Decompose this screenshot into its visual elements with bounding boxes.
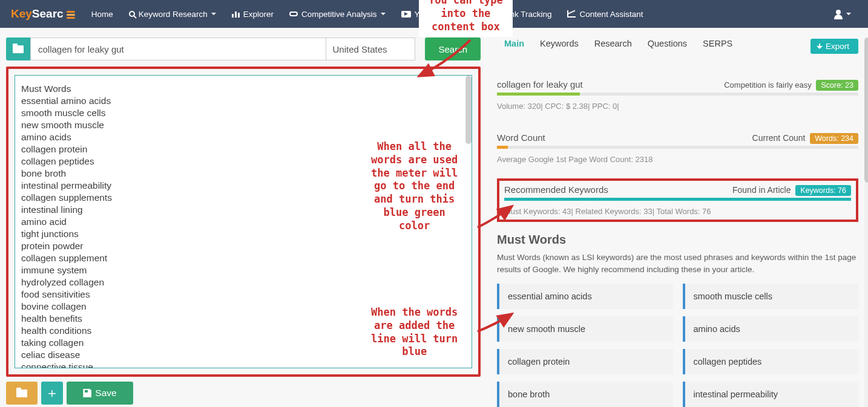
link-icon — [289, 11, 298, 16]
export-button[interactable]: Export — [810, 39, 858, 54]
keyword-input[interactable] — [30, 37, 326, 60]
must-word-cell[interactable]: bone broth — [497, 382, 673, 407]
annotation-line-blue: When the words are added the line will t… — [371, 306, 458, 359]
save-button[interactable]: Save — [67, 382, 133, 405]
tabs: Main Keywords Research Questions SERPS E… — [497, 37, 858, 61]
nav-label: Content Assistant — [579, 10, 643, 19]
competition-bar-fill — [497, 93, 580, 96]
tab-keywords[interactable]: Keywords — [540, 39, 579, 54]
annotation-arrow-2 — [475, 203, 517, 233]
folder-icon — [16, 389, 27, 397]
logo-text-a: Key — [11, 7, 32, 21]
editor-line: smooth muscle cells — [21, 107, 465, 119]
wordcount-right: Current Count Words: 234 — [752, 133, 858, 143]
rk-note: Found in Article — [732, 185, 791, 195]
nav-label: Explorer — [243, 10, 274, 19]
nav-content-assistant[interactable]: Content Assistant — [561, 6, 649, 22]
nav-label: Competitive Analysis — [301, 10, 377, 19]
folder-open-button[interactable] — [6, 37, 30, 60]
rk-title: Recommended Keywords — [504, 184, 608, 195]
tab-main[interactable]: Main — [504, 39, 524, 54]
editor-line: protein powder — [21, 240, 465, 252]
tab-questions[interactable]: Questions — [648, 39, 687, 54]
wordcount-panel: Word Count Current Count Words: 234 Aver… — [497, 129, 858, 165]
rk-sub: Must Keywords: 43| Related Keywords: 33|… — [504, 207, 851, 216]
must-words-grid: essential amino acidssmooth muscle cells… — [497, 284, 858, 407]
wordcount-avg: Average Google 1st Page Word Count: 2318 — [497, 155, 858, 164]
logo[interactable]: Key Searc — [11, 7, 77, 21]
nav-keyword-research[interactable]: Keyword Research — [123, 6, 222, 22]
save-button-label: Save — [95, 388, 116, 399]
bars-icon — [232, 10, 240, 18]
scrollbar-thumb[interactable] — [465, 76, 472, 144]
competition-score-badge: Score: 23 — [816, 80, 858, 91]
chevron-down-icon — [211, 13, 216, 18]
competition-right: Competition is fairly easy Score: 23 — [724, 80, 858, 90]
must-word-cell[interactable]: smooth muscle cells — [683, 284, 859, 309]
must-word-cell[interactable]: intestinal permeability — [683, 382, 859, 407]
rk-bar — [504, 198, 851, 201]
annotation-arrow-3 — [475, 312, 517, 336]
must-word-cell[interactable]: essential amino acids — [497, 284, 673, 309]
tab-research[interactable]: Research — [594, 39, 632, 54]
competition-bar — [497, 93, 858, 96]
competition-stats: Volume: 320| CPC: $ 2.38| PPC: 0| — [497, 102, 858, 111]
must-word-cell[interactable]: amino acids — [683, 316, 859, 342]
must-word-cell[interactable]: collagen peptides — [683, 349, 859, 374]
plus-icon: ＋ — [45, 384, 59, 402]
editor-line: hydrolyzed collagen — [21, 276, 465, 288]
competition-panel: collagen for leaky gut Competition is fa… — [497, 76, 858, 112]
folder-icon — [13, 45, 24, 53]
editor-line: Must Words — [21, 83, 465, 95]
chart-icon — [567, 10, 576, 18]
open-folder-button[interactable] — [6, 382, 38, 405]
tab-serps[interactable]: SERPS — [703, 39, 732, 54]
add-button[interactable]: ＋ — [41, 382, 63, 405]
floppy-icon — [83, 389, 91, 397]
must-word-cell[interactable]: new smooth muscle — [497, 316, 673, 342]
wordcount-bar — [497, 146, 858, 149]
chevron-down-icon — [381, 13, 386, 18]
editor-line: collagen supplement — [21, 252, 465, 264]
nav-right — [828, 6, 857, 22]
rk-right: Found in Article Keywords: 76 — [732, 185, 851, 195]
right-scrollbar-thumb[interactable] — [864, 37, 868, 183]
wordcount-note: Current Count — [752, 133, 806, 143]
search-row: United States Search — [6, 37, 481, 60]
editor-button-row: ＋ Save — [6, 382, 481, 405]
right-pane: Main Keywords Research Questions SERPS E… — [490, 37, 862, 407]
editor-line: new smooth muscle — [21, 119, 465, 131]
rk-badge: Keywords: 76 — [795, 185, 851, 196]
editor-line: essential amino acids — [21, 95, 465, 107]
editor-line: food sensitivities — [21, 288, 465, 301]
wordcount-badge: Words: 234 — [810, 133, 858, 144]
must-words-heading: Must Words — [497, 233, 858, 247]
download-icon — [817, 44, 823, 50]
nav-label: Home — [91, 10, 113, 19]
wordcount-bar-fill — [497, 146, 508, 149]
recommended-keywords-highlight: Recommended Keywords Found in Article Ke… — [497, 178, 858, 222]
chevron-down-icon — [846, 13, 851, 18]
editor-line: connective tissue — [21, 361, 465, 368]
wordcount-title: Word Count — [497, 132, 545, 143]
annotation-type-box: You can type into the content box — [419, 0, 513, 37]
annotation-meter: When all the words are used the meter wi… — [371, 140, 458, 232]
export-label: Export — [826, 42, 849, 51]
country-value: United States — [332, 44, 387, 54]
country-select[interactable]: United States — [326, 37, 415, 60]
user-icon — [834, 10, 843, 18]
nav-user-menu[interactable] — [828, 6, 857, 22]
must-word-cell[interactable]: collagen protein — [497, 349, 673, 374]
editor-line: immune system — [21, 264, 465, 276]
annotation-arrow-1 — [413, 40, 473, 82]
nav-home[interactable]: Home — [85, 6, 119, 22]
competition-keyword: collagen for leaky gut — [497, 79, 583, 90]
nav-items: Home Keyword Research Explorer Competiti… — [85, 6, 649, 22]
nav-explorer[interactable]: Explorer — [226, 6, 280, 22]
must-words-desc: Must Words (known as LSI keywords) are t… — [497, 252, 858, 275]
rk-bar-fill — [504, 198, 851, 201]
competition-note: Competition is fairly easy — [724, 80, 812, 90]
main-container: United States Search Must Wordsessential… — [0, 28, 868, 407]
youtube-icon — [401, 11, 411, 18]
nav-competitive-analysis[interactable]: Competitive Analysis — [283, 6, 392, 22]
